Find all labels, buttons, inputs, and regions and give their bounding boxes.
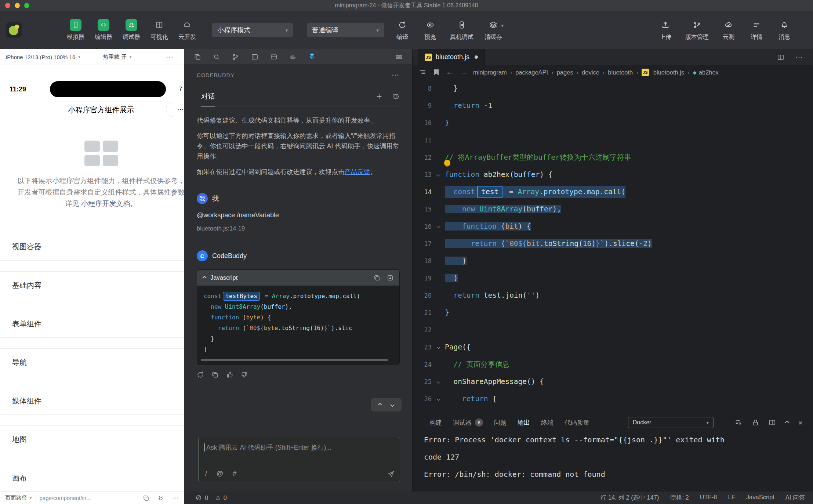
horizontal-scrollbar[interactable] (201, 359, 396, 361)
thumbs-up-icon[interactable] (226, 371, 233, 378)
breadcrumb-symbol[interactable]: ◆ab2hex (693, 69, 719, 76)
mode-select[interactable]: 小程序模式 ▾ (212, 23, 293, 37)
shortcut-trigger[interactable]: # (233, 470, 236, 478)
copy-code-icon[interactable] (374, 275, 380, 281)
output-tab[interactable]: 调试器6 (453, 418, 483, 427)
codebuddy-more-button[interactable]: ⋯ (392, 70, 400, 79)
layout-icon[interactable] (251, 53, 258, 61)
code-line[interactable]: 22 (413, 321, 813, 338)
window-icon[interactable] (270, 53, 277, 61)
messages-button[interactable]: 消息 (770, 19, 798, 41)
history-icon[interactable] (392, 93, 400, 100)
code-line[interactable]: 8 } (413, 80, 813, 97)
copy-response-icon[interactable] (211, 371, 219, 378)
rename-input-box[interactable]: testBytes (223, 292, 260, 301)
code-line[interactable]: 19 ) (413, 269, 813, 287)
breadcrumb-item[interactable]: pages (557, 69, 573, 76)
compile-button[interactable]: 编译 (388, 19, 416, 41)
output-channel-select[interactable]: Docker ▾ (628, 417, 714, 428)
code-line[interactable]: 10} (413, 114, 813, 131)
forward-icon[interactable]: → (460, 68, 467, 76)
breadcrumb-file[interactable]: JSbluetooth.js (642, 69, 684, 76)
back-icon[interactable]: ← (446, 68, 453, 76)
cloud-dev-button[interactable]: 云开发 (173, 19, 201, 41)
modified-indicator[interactable] (475, 55, 478, 59)
menu-item[interactable]: 媒体组件 (0, 387, 184, 415)
more-icon[interactable]: ⋯ (172, 494, 179, 502)
thumbs-down-icon[interactable] (241, 371, 248, 378)
code-line[interactable]: 24 // 页面分享信息 (413, 356, 813, 373)
page-path-selector[interactable]: 页面路径 ▾ (5, 494, 32, 501)
preview-button[interactable]: 预览 (416, 19, 444, 41)
breadcrumb-item[interactable]: miniprogram (473, 69, 507, 76)
code-line[interactable]: 20 return test.join('') (413, 287, 813, 304)
menu-item[interactable]: 地图 (0, 425, 184, 453)
menu-item[interactable]: 导航 (0, 348, 184, 376)
details-button[interactable]: 详情 (743, 19, 770, 41)
code-line[interactable]: 11 (413, 131, 813, 149)
keyboard-shortcuts-icon[interactable] (395, 53, 403, 61)
code-line[interactable]: 15 new Uint8Array(buffer), (413, 200, 813, 218)
outline-icon[interactable] (419, 69, 427, 76)
simulator-button[interactable]: 模拟器 (62, 19, 90, 41)
send-icon[interactable] (387, 470, 395, 478)
close-window-button[interactable] (5, 3, 10, 8)
output-tab[interactable]: 输出 (518, 418, 530, 427)
simulator-more-button[interactable]: ⋯ (166, 52, 178, 61)
lock-scroll-icon[interactable] (752, 419, 759, 426)
visualization-button[interactable]: 可视化 (145, 19, 173, 41)
insert-code-icon[interactable] (387, 275, 393, 281)
output-tab[interactable]: 终端 (541, 418, 554, 427)
shortcut-trigger[interactable]: / (205, 470, 207, 478)
code-line[interactable]: 14 consttest = Array.prototype.map.call( (413, 183, 813, 200)
fold-chevron-icon[interactable] (432, 346, 445, 348)
menu-item[interactable]: 画布 (0, 464, 184, 492)
split-panel-icon[interactable] (769, 419, 776, 426)
shortcut-trigger[interactable]: @ (217, 470, 223, 478)
files-icon[interactable] (194, 53, 201, 61)
upload-button[interactable]: 上传 (652, 19, 679, 41)
statusbar-item[interactable]: AI 问答 (785, 494, 805, 502)
output-tab[interactable]: 构建 (429, 418, 442, 427)
code-line[interactable]: 16 function (bit) { (413, 218, 813, 235)
statusbar-item[interactable]: JavaScript (746, 494, 774, 502)
scroll-up-icon[interactable] (378, 403, 382, 407)
statusbar-item[interactable]: LF (728, 494, 735, 502)
breadcrumb-item[interactable]: bluetooth (608, 69, 633, 76)
plugin-icon[interactable] (308, 52, 316, 61)
capsule-menu[interactable]: ⋯ (166, 102, 184, 117)
docs-link[interactable]: 小程序开发文档 (81, 200, 130, 207)
code-line[interactable]: 18 } (413, 252, 813, 269)
zoom-window-button[interactable] (24, 3, 29, 8)
debugger-button[interactable]: 调试器 (117, 19, 145, 41)
regenerate-icon[interactable] (197, 371, 204, 378)
code-reference[interactable]: bluetooth.js:14-19 (197, 225, 400, 232)
code-line[interactable]: 23Page({ (413, 338, 813, 356)
split-editor-icon[interactable] (777, 54, 784, 61)
collapse-icon[interactable] (202, 276, 206, 280)
fold-chevron-icon[interactable] (432, 398, 445, 400)
problems-summary[interactable]: 0 ⚠ 0 (195, 494, 227, 501)
expand-panel-icon[interactable] (785, 420, 790, 425)
scroll-down-icon[interactable] (390, 403, 394, 407)
code-action-lightbulb-icon[interactable] (444, 160, 450, 166)
real-device-debug-button[interactable]: 真机调试 (444, 19, 479, 41)
code-editor[interactable]: 8 }9 return -110}1112// 将ArrayBuffer类型的b… (413, 80, 813, 415)
breadcrumb-item[interactable]: packageAPI (515, 69, 548, 76)
output-tab[interactable]: 代码质量 (565, 418, 589, 427)
git-branch-icon[interactable] (232, 53, 239, 61)
docker-icon[interactable] (289, 53, 297, 61)
tab-chat[interactable]: 对话 (201, 92, 215, 101)
minimize-window-button[interactable] (15, 3, 20, 8)
bookmark-icon[interactable] (434, 69, 439, 76)
copy-path-icon[interactable] (143, 495, 149, 501)
clear-cache-button[interactable]: ▾ 清缓存 (479, 19, 507, 41)
product-feedback-link[interactable]: 产品反馈 (345, 168, 370, 175)
fold-chevron-icon[interactable] (432, 173, 445, 176)
statusbar-item[interactable]: UTF-8 (700, 494, 717, 502)
output-tab[interactable]: 问题 (494, 418, 507, 427)
code-line[interactable]: 9 return -1 (413, 97, 813, 114)
editor-button[interactable]: 编辑器 (90, 19, 117, 41)
code-line[interactable]: 21} (413, 304, 813, 321)
hot-reload-toggle[interactable]: 热重载 开 ▾ (103, 54, 132, 61)
